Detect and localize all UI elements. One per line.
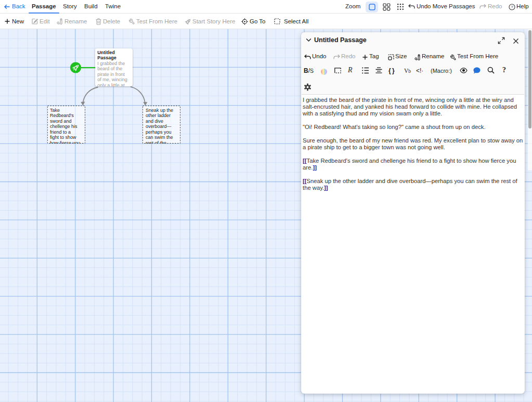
svg-text:?: ? [511, 5, 513, 9]
